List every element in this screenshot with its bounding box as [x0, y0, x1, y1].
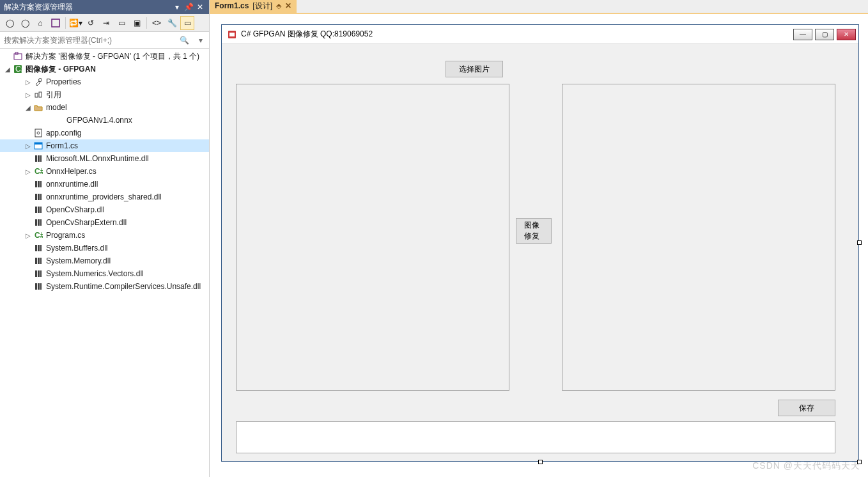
svg-rect-36	[38, 270, 40, 277]
panel-pin-icon[interactable]: 📌	[183, 2, 194, 12]
pin-icon[interactable]: ⬘	[276, 2, 281, 10]
watermark: CSDN @天天代码码天天	[752, 460, 860, 472]
svg-rect-32	[35, 258, 37, 264]
tree-label: 图像修复 - GFPGAN	[26, 64, 96, 75]
maximize-button[interactable]: ▢	[815, 29, 834, 40]
code-icon[interactable]: <>	[150, 16, 164, 30]
tree-item[interactable]: ▷引用	[0, 88, 209, 101]
home-icon[interactable]: ⌂	[33, 16, 47, 30]
save-button[interactable]: 保存	[778, 400, 835, 416]
tree-item[interactable]: onnxruntime.dll	[0, 178, 209, 191]
cs-icon: C#	[33, 166, 43, 176]
tree-item[interactable]: ▷C#Program.cs	[0, 229, 209, 242]
show-all-icon[interactable]: ▭	[114, 16, 128, 30]
select-image-button[interactable]: 选择图片	[446, 61, 503, 77]
tree-item[interactable]: ▷Properties	[0, 75, 209, 88]
tree-label: Properties	[46, 77, 81, 86]
svg-point-5	[39, 79, 42, 82]
tree-item[interactable]: System.Memory.dll	[0, 254, 209, 267]
collapse-icon[interactable]: ⇥	[99, 16, 113, 30]
tree-item[interactable]: OpenCvSharp.dll	[0, 203, 209, 216]
tree-label: Microsoft.ML.OnnxRuntime.dll	[46, 154, 149, 163]
expander-icon[interactable]: ▷	[23, 91, 33, 98]
svg-rect-11	[35, 143, 42, 145]
search-dropdown-icon[interactable]: ▾	[192, 32, 209, 48]
tab-suffix: [设计]	[252, 1, 272, 12]
form-icon	[33, 141, 43, 151]
tree-item[interactable]: System.Buffers.dll	[0, 242, 209, 254]
back-icon[interactable]: ◯	[3, 16, 17, 30]
close-button[interactable]: ✕	[837, 29, 856, 40]
forward-icon[interactable]: ◯	[18, 16, 32, 30]
dll-icon	[33, 192, 43, 202]
expander-icon[interactable]: ▷	[23, 232, 33, 239]
left-image-panel[interactable]	[236, 84, 509, 391]
svg-rect-26	[38, 219, 40, 226]
tree-item[interactable]: GFPGANv1.4.onnx	[0, 114, 209, 127]
tree-item[interactable]: OpenCvSharpExtern.dll	[0, 216, 209, 229]
resize-handle[interactable]	[857, 460, 862, 464]
panel-close-icon[interactable]: ✕	[195, 2, 205, 12]
expander-icon[interactable]: ▷	[23, 143, 33, 150]
tree-label: System.Memory.dll	[46, 256, 111, 265]
tree-item[interactable]: Microsoft.ML.OnnxRuntime.dll	[0, 152, 209, 165]
log-panel[interactable]	[236, 421, 835, 453]
svg-text:C#: C#	[15, 65, 22, 74]
tab-form1-design[interactable]: Form1.cs [设计] ⬘ ✕	[210, 0, 297, 13]
panel-dropdown-icon[interactable]: ▾	[172, 2, 182, 12]
wrench-icon[interactable]: 🔧	[165, 16, 179, 30]
form-title: C# GFPGAN 图像修复 QQ:819069052	[241, 29, 793, 40]
form-designer-surface[interactable]: C# GFPGAN 图像修复 QQ:819069052 ― ▢ ✕ 选择图片 图…	[210, 14, 868, 477]
tree-item[interactable]: ▷Form1.cs	[0, 139, 209, 152]
panel-title: 解决方案资源管理器	[4, 2, 171, 13]
sync-icon[interactable]: ↺	[84, 16, 98, 30]
resize-handle[interactable]	[538, 460, 543, 464]
expander-icon[interactable]: ◢	[23, 104, 33, 111]
tree-item[interactable]: onnxruntime_providers_shared.dll	[0, 191, 209, 203]
tree-label: model	[46, 103, 67, 112]
tree-label: Form1.cs	[46, 141, 78, 150]
switch-views-icon[interactable]	[49, 16, 63, 30]
search-icon[interactable]: 🔍	[176, 32, 192, 48]
project-node[interactable]: ◢ C# 图像修复 - GFPGAN	[0, 63, 209, 75]
tree-label: OpenCvSharp.dll	[46, 205, 104, 214]
repair-button[interactable]: 图像修复	[516, 218, 552, 244]
cs-icon: C#	[33, 230, 43, 240]
expander-icon[interactable]: ▷	[23, 79, 33, 86]
search-input[interactable]	[0, 32, 176, 48]
svg-rect-0	[52, 19, 59, 27]
tree-item[interactable]: System.Runtime.CompilerServices.Unsafe.d…	[0, 280, 209, 293]
form-body: 选择图片 图像修复 保存	[222, 44, 858, 461]
minimize-button[interactable]: ―	[793, 29, 812, 40]
svg-rect-17	[38, 181, 40, 187]
dll-icon	[33, 205, 43, 215]
tree-item[interactable]: ◢model	[0, 101, 209, 114]
tab-strip: Form1.cs [设计] ⬘ ✕	[210, 0, 868, 14]
svg-rect-27	[40, 219, 42, 226]
editor-area: Form1.cs [设计] ⬘ ✕ C# GFPGAN 图像修复 QQ:8190…	[210, 0, 868, 477]
svg-rect-34	[40, 258, 42, 264]
svg-rect-8	[35, 129, 42, 137]
tree-item[interactable]: app.config	[0, 127, 209, 139]
solution-tree[interactable]: 解决方案 '图像修复 - GFPGAN' (1 个项目，共 1 个) ◢ C# …	[0, 49, 209, 477]
right-image-panel[interactable]	[562, 84, 835, 391]
expander-icon[interactable]: ▷	[23, 168, 33, 175]
svg-rect-7	[39, 92, 42, 97]
pending-changes-icon[interactable]: 🔁▾	[68, 16, 82, 30]
designed-form[interactable]: C# GFPGAN 图像修复 QQ:819069052 ― ▢ ✕ 选择图片 图…	[221, 24, 859, 462]
resize-handle[interactable]	[857, 240, 862, 245]
svg-rect-14	[40, 155, 42, 162]
svg-rect-24	[40, 207, 42, 213]
close-icon[interactable]: ✕	[285, 1, 291, 10]
svg-rect-18	[40, 181, 42, 187]
expander-icon[interactable]: ◢	[3, 66, 13, 73]
panel-toolbar: ◯ ◯ ⌂ 🔁▾ ↺ ⇥ ▭ ▣ <> 🔧 ▭	[0, 14, 209, 32]
preview-icon[interactable]: ▭	[180, 16, 194, 30]
solution-node[interactable]: 解决方案 '图像修复 - GFPGAN' (1 个项目，共 1 个)	[0, 50, 209, 63]
tree-item[interactable]: System.Numerics.Vectors.dll	[0, 267, 209, 280]
tree-label: System.Buffers.dll	[46, 244, 107, 253]
properties-icon[interactable]: ▣	[130, 16, 144, 30]
tree-label: Program.cs	[46, 231, 85, 240]
tree-item[interactable]: ▷C#OnnxHelper.cs	[0, 165, 209, 178]
svg-rect-37	[40, 270, 42, 277]
